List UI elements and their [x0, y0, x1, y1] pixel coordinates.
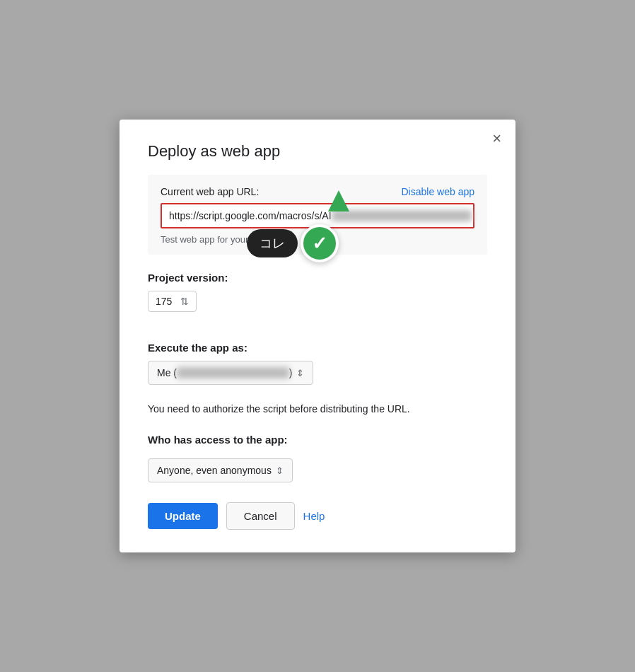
close-button[interactable]: ×	[492, 131, 501, 146]
dialog-footer: Update Cancel Help	[148, 502, 487, 530]
project-version-section: Project version: 175 ⇅	[148, 272, 487, 332]
dialog: × Deploy as web app Current web app URL:…	[120, 120, 515, 552]
execute-label: Execute the app as:	[148, 342, 487, 354]
version-select-wrapper[interactable]: 175 ⇅	[148, 291, 197, 312]
dialog-overlay: × Deploy as web app Current web app URL:…	[0, 0, 635, 672]
access-select-arrow: ⇕	[276, 465, 284, 476]
disable-web-app-link[interactable]: Disable web app	[401, 186, 474, 197]
url-label-row: Current web app URL: Disable web app	[161, 186, 474, 197]
access-label: Who has access to the app:	[148, 434, 487, 446]
url-text: https://script.google.com/macros/s/AI	[169, 210, 332, 221]
url-blurred: ████████████████████	[332, 210, 472, 221]
project-version-label: Project version:	[148, 272, 487, 284]
execute-value-end: )	[289, 367, 293, 378]
dialog-title: Deploy as web app	[148, 142, 487, 161]
latest-code-link[interactable]: latest code	[251, 234, 296, 245]
help-link[interactable]: Help	[303, 510, 325, 522]
version-spinner[interactable]: ⇅	[180, 296, 189, 307]
url-input-wrapper: https://script.google.com/macros/s/AI███…	[161, 203, 474, 228]
execute-select-wrapper[interactable]: Me (████████████████) ⇕	[148, 361, 313, 385]
test-text-end: .	[296, 234, 298, 245]
access-select-wrapper[interactable]: Anyone, even anonymous ⇕	[148, 458, 293, 482]
url-label: Current web app URL:	[161, 186, 259, 197]
access-value: Anyone, even anonymous	[157, 465, 272, 476]
execute-select-arrow: ⇕	[296, 368, 304, 378]
test-text: Test web app for your	[161, 234, 251, 245]
authorize-text: You need to authorize the script before …	[148, 402, 487, 417]
version-value: 175	[156, 296, 172, 307]
test-code-text: Test web app for your latest code.	[161, 234, 474, 245]
update-button[interactable]: Update	[148, 503, 218, 529]
access-section: Who has access to the app: Anyone, even …	[148, 434, 487, 482]
execute-section: Execute the app as: Me (████████████████…	[148, 342, 487, 392]
execute-value-blurred: ████████████████	[177, 367, 289, 378]
execute-value-prefix: Me (	[157, 367, 177, 378]
cancel-button[interactable]: Cancel	[226, 502, 295, 530]
url-section: Current web app URL: Disable web app htt…	[148, 175, 487, 255]
